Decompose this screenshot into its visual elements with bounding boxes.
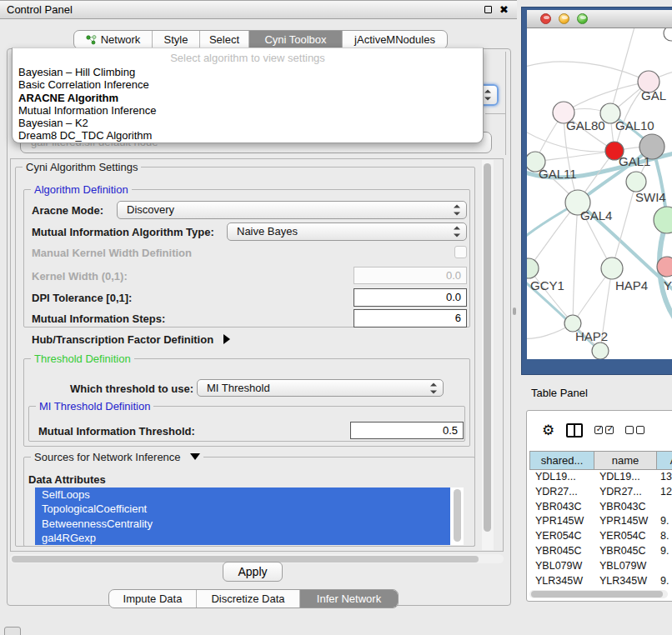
tab-jactivemnodules[interactable]: jActiveMNodules	[342, 31, 447, 48]
network-node[interactable]	[657, 257, 672, 277]
table-row[interactable]: YBL079WYBL079W	[529, 559, 672, 574]
mi-threshold-field[interactable]: 0.5	[350, 422, 464, 439]
control-panel-title: Control Panel	[7, 3, 73, 16]
float-panel-icon[interactable]	[484, 6, 492, 13]
table-cell: YBL079W	[594, 559, 658, 574]
algorithm-dropdown-item[interactable]: Bayesian – Hill Climbing	[15, 66, 480, 78]
table-cell: YPR145W	[529, 514, 594, 529]
table-row[interactable]: YIL052CYIL052C9	[529, 588, 672, 589]
network-window-titlebar[interactable]	[527, 10, 672, 28]
algorithm-dropdown-item[interactable]: Basic Correlation Inference	[15, 78, 480, 91]
table-cell: 13	[658, 470, 672, 485]
network-node-label: Y	[664, 278, 672, 292]
control-panel-tabs: Network Style Select Cyni Toolbox jActiv…	[73, 30, 448, 49]
table-cell: YDL19...	[529, 470, 594, 485]
network-node[interactable]	[527, 258, 539, 278]
table-body[interactable]: YDL19...YDL19...13YDR27...YDR27...12YBR0…	[529, 470, 672, 589]
algorithm-dropdown-item[interactable]: Mutual Information Inference	[15, 104, 480, 117]
apply-button[interactable]: Apply	[223, 562, 283, 582]
aracne-mode-combo[interactable]: Discovery	[117, 201, 467, 219]
panel-divider-handle[interactable]	[513, 308, 516, 315]
dpi-tolerance-field[interactable]: 0.0	[354, 288, 467, 307]
algorithm-definition-title: Algorithm Definition	[31, 183, 132, 196]
screen: Control Panel ✖ Network Style Select	[0, 0, 672, 635]
algorithm-dropdown-item[interactable]: ARACNE Algorithm	[15, 92, 480, 104]
mi-steps-value: 6	[455, 312, 461, 324]
sources-group-title[interactable]: Sources for Network Inference	[31, 451, 203, 463]
table-toolbar: ⚙	[527, 411, 672, 449]
network-node[interactable]	[654, 207, 672, 233]
table-cell: YBR043C	[529, 500, 594, 515]
data-attribute-item[interactable]: TopologicalCoefficient	[35, 502, 450, 516]
network-canvas[interactable]: GALGAL80GAL10GAL1GAL11SWI4GAL4GCY1HAP4YH…	[527, 28, 672, 359]
data-attribute-item[interactable]: BetweennessCentrality	[35, 517, 450, 531]
collapsed-arrow-icon	[223, 334, 230, 344]
hub-definition-toggle[interactable]: Hub/Transcription Factor Definition	[32, 333, 230, 346]
network-node-label: GAL	[641, 88, 666, 102]
tab-cyni-toolbox[interactable]: Cyni Toolbox	[248, 31, 342, 48]
gear-icon[interactable]: ⚙	[542, 423, 554, 438]
deselect-all-columns-icon[interactable]	[625, 426, 644, 434]
table-cell: YBR045C	[594, 544, 658, 559]
tab-infer-network-label: Infer Network	[317, 592, 381, 605]
column-header-name[interactable]: name	[594, 452, 657, 469]
table-row[interactable]: YBR043CYBR043C	[529, 500, 672, 515]
table-cell: YER054C	[594, 529, 658, 544]
table-row[interactable]: YER054CYER054C8.	[529, 529, 672, 544]
mi-threshold-label: Mutual Information Threshold:	[38, 425, 195, 438]
minimize-window-icon[interactable]	[559, 13, 569, 24]
manual-kernel-width-label: Manual Kernel Width Definition	[32, 247, 192, 259]
network-node[interactable]	[664, 28, 672, 41]
data-attribute-item[interactable]: SelfLoops	[35, 488, 450, 502]
network-node-label: HAP4	[615, 278, 648, 292]
tab-select[interactable]: Select	[199, 31, 248, 48]
algorithm-dropdown-item[interactable]: Dream8 DC_TDC Algorithm	[15, 129, 480, 142]
close-panel-icon[interactable]: ✖	[499, 6, 509, 13]
network-node-label: GCY1	[530, 278, 564, 292]
tab-infer-network[interactable]: Infer Network	[299, 590, 398, 608]
table-row[interactable]: YDL19...YDL19...13	[529, 470, 672, 485]
which-threshold-label: Which threshold to use:	[70, 382, 193, 395]
select-all-columns-icon[interactable]	[594, 426, 614, 434]
tab-style[interactable]: Style	[152, 31, 199, 48]
mi-algorithm-type-combo[interactable]: Naive Bayes	[227, 222, 467, 241]
mi-steps-label: Mutual Information Steps:	[32, 312, 165, 325]
table-cell: YDL19...	[594, 470, 658, 485]
which-threshold-combo[interactable]: MI Threshold	[197, 379, 444, 397]
table-row[interactable]: YBR045CYBR045C9.	[529, 544, 672, 559]
attributes-list-scrollbar[interactable]	[454, 489, 461, 542]
algorithm-dropdown-list: Bayesian – Hill ClimbingBasic Correlatio…	[15, 66, 480, 142]
network-node[interactable]	[592, 342, 609, 359]
tab-style-label: Style	[164, 33, 188, 46]
table-cell: YDR27...	[529, 485, 594, 500]
network-view-window[interactable]: GALGAL80GAL10GAL1GAL11SWI4GAL4GCY1HAP4YH…	[521, 7, 672, 375]
column-layout-icon[interactable]	[566, 423, 583, 438]
combo-stepper-icon	[430, 382, 437, 393]
network-node-label: GAL80	[566, 118, 605, 132]
tab-discretize-data[interactable]: Discretize Data	[196, 590, 299, 608]
tab-impute-data[interactable]: Impute Data	[109, 590, 196, 608]
minimized-panel-button[interactable]	[4, 627, 21, 635]
data-attributes-list[interactable]: SelfLoopsTopologicalCoefficientBetweenne…	[35, 488, 464, 545]
column-header-shared[interactable]: shared...	[529, 452, 594, 469]
settings-vertical-scrollbar[interactable]	[482, 160, 494, 550]
zoom-window-icon[interactable]	[577, 13, 588, 24]
network-node[interactable]	[626, 172, 646, 192]
table-row[interactable]: YLR345WYLR345W9.	[529, 574, 672, 589]
network-node[interactable]	[601, 258, 623, 279]
mi-steps-field[interactable]: 6	[354, 309, 467, 328]
tab-network[interactable]: Network	[74, 31, 152, 48]
column-header-partial[interactable]: A	[656, 452, 672, 469]
table-horizontal-scrollbar[interactable]	[529, 590, 668, 598]
manual-kernel-width-checkbox[interactable]	[454, 246, 467, 258]
table-cell: YBR043C	[594, 500, 658, 515]
kernel-width-field[interactable]: 0.0	[354, 267, 467, 284]
algorithm-dropdown-placeholder: Select algorithm to view settings	[13, 52, 483, 64]
network-node-label: GAL1	[619, 154, 650, 168]
data-attribute-item[interactable]: gal4RGexp	[35, 531, 450, 545]
network-icon	[86, 34, 97, 45]
algorithm-dropdown-item[interactable]: Bayesian – K2	[15, 117, 480, 129]
table-row[interactable]: YDR27...YDR27...12	[529, 485, 672, 500]
close-window-icon[interactable]	[540, 13, 551, 24]
table-row[interactable]: YPR145WYPR145W9.	[529, 514, 672, 529]
